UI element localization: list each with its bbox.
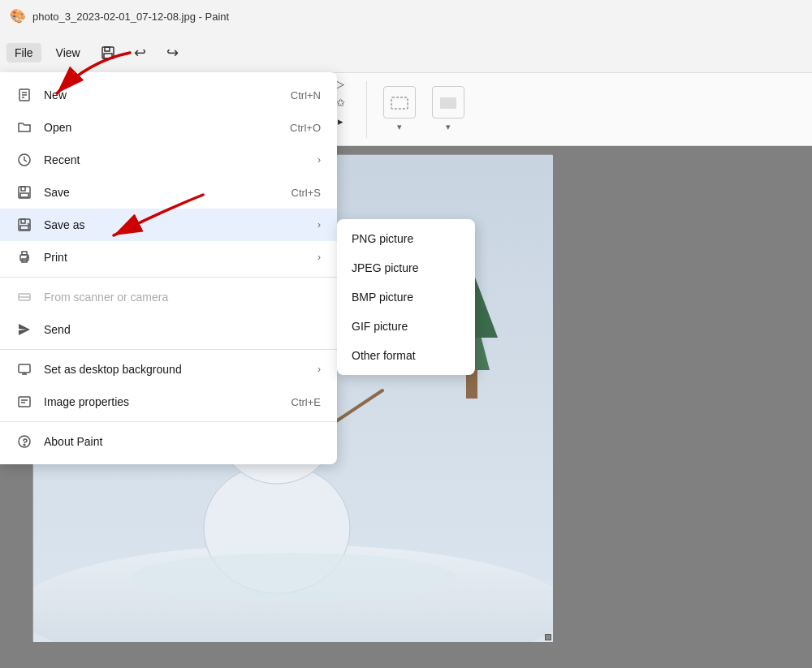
saveas-submenu: PNG picture JPEG picture BMP picture GIF… [337, 219, 475, 375]
print-icon [16, 249, 32, 265]
app-icon: 🎨 [10, 8, 26, 24]
svg-point-57 [24, 444, 25, 446]
imgprops-icon [16, 394, 32, 410]
svg-rect-39 [21, 187, 25, 191]
saveas-arrow: › [317, 219, 321, 231]
title-bar: 🎨 photo_3_2023-02-01_07-12-08.jpg - Pain… [0, 0, 812, 32]
menu-item-about[interactable]: About Paint [0, 425, 337, 458]
menu-item-print[interactable]: Print › [0, 241, 337, 274]
file-menu: New Ctrl+N Open Ctrl+O Recent › [0, 72, 337, 464]
new-label: New [44, 88, 279, 101]
open-icon [16, 119, 32, 136]
recent-icon [16, 152, 32, 168]
save-label: Save [44, 186, 280, 199]
desktop-label: Set as desktop background [44, 363, 306, 376]
undo-button[interactable]: ↩ [127, 40, 153, 66]
saveas-icon [16, 217, 32, 233]
new-icon [16, 87, 32, 103]
svg-point-47 [27, 256, 28, 258]
view-menu-button[interactable]: View [48, 43, 89, 62]
send-icon [16, 321, 32, 338]
recent-label: Recent [44, 153, 306, 166]
svg-point-32 [131, 553, 456, 601]
outline-section: ▾ [383, 86, 416, 132]
save-button[interactable] [95, 40, 121, 66]
jpeg-label: JPEG picture [352, 261, 418, 274]
new-shortcut: Ctrl+N [291, 89, 321, 101]
submenu-bmp[interactable]: BMP picture [337, 282, 475, 312]
menu-item-imgprops[interactable]: Image properties Ctrl+E [0, 386, 337, 418]
menu-item-saveas[interactable]: Save as › [0, 209, 337, 241]
saveas-label: Save as [44, 218, 306, 231]
send-label: Send [44, 323, 321, 336]
svg-rect-40 [20, 193, 28, 197]
svg-rect-43 [20, 226, 28, 230]
svg-rect-1 [105, 47, 110, 51]
outline-btn[interactable] [383, 86, 416, 119]
svg-rect-13 [440, 97, 456, 109]
bmp-label: BMP picture [352, 291, 413, 304]
desktop-icon [16, 361, 32, 377]
png-label: PNG picture [352, 232, 413, 245]
menu-item-open[interactable]: Open Ctrl+O [0, 111, 337, 144]
fill-btn[interactable] [432, 86, 464, 119]
separator-3 [0, 421, 337, 422]
imgprops-label: Image properties [44, 395, 280, 408]
submenu-jpeg[interactable]: JPEG picture [337, 253, 475, 282]
submenu-png[interactable]: PNG picture [337, 224, 475, 253]
menu-item-save[interactable]: Save Ctrl+S [0, 176, 337, 209]
other-label: Other format [352, 349, 416, 362]
open-label: Open [44, 121, 279, 134]
menu-item-scanner: From scanner or camera [0, 281, 337, 313]
outline-label: ▾ [397, 122, 402, 132]
imgprops-shortcut: Ctrl+E [292, 396, 321, 408]
about-icon [16, 433, 32, 450]
desktop-arrow: › [317, 364, 321, 375]
submenu-other[interactable]: Other format [337, 341, 475, 370]
redo-button[interactable]: ↪ [160, 40, 186, 66]
fill-section: ▾ [432, 86, 464, 132]
svg-rect-53 [19, 397, 30, 407]
fill-label: ▾ [446, 122, 451, 132]
about-label: About Paint [44, 435, 321, 448]
svg-rect-2 [104, 54, 112, 58]
submenu-gif[interactable]: GIF picture [337, 312, 475, 341]
divider-3 [366, 81, 367, 138]
separator-2 [0, 349, 337, 350]
separator-1 [0, 277, 337, 278]
menu-item-recent[interactable]: Recent › [0, 144, 337, 176]
print-label: Print [44, 251, 306, 264]
scanner-label: From scanner or camera [44, 291, 321, 304]
open-shortcut: Ctrl+O [290, 122, 321, 134]
svg-rect-42 [21, 219, 25, 223]
save-shortcut: Ctrl+S [292, 187, 321, 199]
window-title: photo_3_2023-02-01_07-12-08.jpg - Paint [32, 11, 229, 23]
svg-rect-12 [391, 97, 408, 109]
toolbar: File View ↩ ↪ [0, 32, 812, 73]
svg-rect-50 [19, 364, 30, 373]
menu-item-desktop[interactable]: Set as desktop background › [0, 353, 337, 386]
save-icon [16, 184, 32, 200]
scanner-icon [16, 289, 32, 305]
menu-item-send[interactable]: Send [0, 313, 337, 346]
menu-item-new[interactable]: New Ctrl+N [0, 79, 337, 111]
recent-arrow: › [317, 154, 321, 166]
file-menu-button[interactable]: File [6, 43, 41, 62]
canvas-resize-handle[interactable] [545, 634, 551, 640]
gif-label: GIF picture [352, 320, 408, 333]
print-arrow: › [317, 252, 321, 263]
svg-rect-45 [22, 252, 27, 255]
